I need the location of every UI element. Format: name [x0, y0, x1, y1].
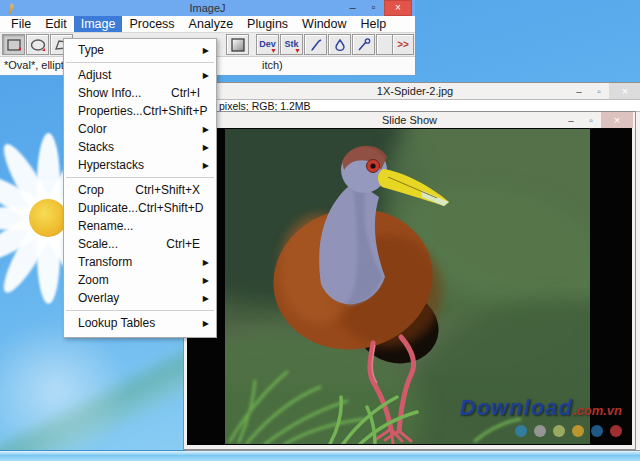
minimize-button[interactable]: – [569, 83, 589, 99]
menu-shortcut: Ctrl+Shift+D [138, 201, 213, 215]
slideshow-window: Slide Show – ▫ × [183, 111, 636, 450]
more-tools-label: >> [397, 39, 409, 50]
menu-item-show-info[interactable]: Show Info... Ctrl+I [64, 84, 216, 102]
menu-separator [66, 177, 214, 178]
photo-window-titlebar[interactable]: 1X-Spider-2.jpg – ▫ × [187, 83, 640, 99]
imagej-titlebar[interactable]: ImageJ – ▫ × [0, 0, 415, 16]
submenu-arrow-icon: ▶ [203, 143, 209, 152]
maximize-button[interactable]: ▫ [589, 83, 609, 99]
watermark-text: Download [460, 395, 573, 420]
menu-edit[interactable]: Edit [38, 16, 74, 32]
watermark: Download.com.vn [460, 395, 622, 437]
gradient-square-icon [230, 38, 246, 52]
watermark-dot [610, 425, 622, 437]
menu-plugins[interactable]: Plugins [240, 16, 295, 32]
rectangle-tool-button[interactable] [2, 34, 25, 55]
brush-tool-button[interactable] [304, 34, 327, 55]
flood-fill-tool-button[interactable] [328, 34, 351, 55]
oval-icon [30, 38, 46, 52]
flood-fill-icon [332, 38, 348, 52]
menu-analyze[interactable]: Analyze [182, 16, 240, 32]
submenu-arrow-icon: ▶ [203, 161, 209, 170]
status-text-right: itch) [262, 59, 283, 71]
more-tools-button[interactable]: >> [392, 34, 414, 55]
watermark-dot [553, 425, 565, 437]
caret-down-icon: ▼ [270, 47, 277, 54]
daisy-center [29, 199, 67, 237]
close-button[interactable]: × [384, 0, 412, 16]
bird-pupil [370, 163, 375, 168]
menu-process[interactable]: Process [122, 16, 181, 32]
close-button[interactable]: × [609, 83, 640, 99]
submenu-arrow-icon: ▶ [203, 71, 209, 80]
menu-item-duplicate[interactable]: Duplicate... Ctrl+Shift+D [64, 199, 216, 217]
stacks-tool-button[interactable]: Stk ▼ [280, 34, 303, 55]
screen: 1X-Spider-2.jpg – ▫ × pixels; RGB; 1.2MB… [0, 0, 640, 461]
menu-item-overlay[interactable]: Overlay ▶ [64, 289, 216, 307]
submenu-arrow-icon: ▶ [203, 258, 209, 267]
submenu-arrow-icon: ▶ [203, 276, 209, 285]
menu-item-color[interactable]: Color ▶ [64, 120, 216, 138]
menu-shortcut: Ctrl+Shift+X [135, 183, 210, 197]
menu-item-adjust[interactable]: Adjust ▶ [64, 66, 216, 84]
submenu-arrow-icon: ▶ [203, 125, 209, 134]
color-picker-tool-button[interactable] [352, 34, 375, 55]
watermark-dots [460, 425, 622, 437]
rectangle-icon [6, 38, 22, 52]
submenu-arrow-icon: ▶ [203, 46, 209, 55]
menu-item-type[interactable]: Type ▶ [64, 41, 216, 59]
watermark-suffix: .com.vn [573, 403, 622, 418]
menu-shortcut: Ctrl+Shift+P [143, 104, 218, 118]
submenu-arrow-icon: ▶ [203, 319, 209, 328]
maximize-button[interactable]: ▫ [581, 112, 601, 128]
maximize-button[interactable]: ▫ [363, 0, 384, 16]
caret-down-icon: ▼ [294, 47, 301, 54]
gradient-tool-button[interactable] [226, 34, 249, 55]
slideshow-titlebar[interactable]: Slide Show – ▫ × [184, 112, 635, 128]
menu-separator [66, 310, 214, 311]
bottom-window-edge [0, 450, 640, 461]
menu-shortcut: Ctrl+E [166, 237, 210, 251]
watermark-dot [515, 425, 527, 437]
menu-image[interactable]: Image [74, 16, 123, 32]
close-button[interactable]: × [601, 112, 633, 128]
menu-item-crop[interactable]: Crop Ctrl+Shift+X [64, 181, 216, 199]
menu-item-stacks[interactable]: Stacks ▶ [64, 138, 216, 156]
imagej-menubar: File Edit Image Process Analyze Plugins … [0, 16, 415, 33]
menu-shortcut: Ctrl+I [171, 86, 210, 100]
menu-item-zoom[interactable]: Zoom ▶ [64, 271, 216, 289]
watermark-dot [591, 425, 603, 437]
watermark-dot [534, 425, 546, 437]
minimize-button[interactable]: – [561, 112, 581, 128]
submenu-arrow-icon: ▶ [203, 294, 209, 303]
menu-item-transform[interactable]: Transform ▶ [64, 253, 216, 271]
menu-item-rename[interactable]: Rename... [64, 217, 216, 235]
menu-file[interactable]: File [4, 16, 38, 32]
image-dropdown-menu: Type ▶ Adjust ▶ Show Info... Ctrl+I Prop… [63, 38, 217, 338]
menu-window[interactable]: Window [295, 16, 353, 32]
menu-help[interactable]: Help [354, 16, 394, 32]
eyedropper-icon [356, 38, 372, 52]
slideshow-canvas: Download.com.vn [187, 128, 632, 445]
brush-icon [308, 38, 324, 52]
menu-item-properties[interactable]: Properties... Ctrl+Shift+P [64, 102, 216, 120]
watermark-dot [572, 425, 584, 437]
status-text-left: *Oval*, ellipti [4, 59, 66, 71]
dev-tool-button[interactable]: Dev ▼ [256, 34, 279, 55]
flower-reflection [0, 320, 130, 460]
menu-item-lookup-tables[interactable]: Lookup Tables ▶ [64, 314, 216, 332]
menu-item-hyperstacks[interactable]: Hyperstacks ▶ [64, 156, 216, 174]
minimize-button[interactable]: – [342, 0, 363, 16]
menu-item-scale[interactable]: Scale... Ctrl+E [64, 235, 216, 253]
oval-tool-button[interactable] [26, 34, 49, 55]
menu-separator [66, 62, 214, 63]
